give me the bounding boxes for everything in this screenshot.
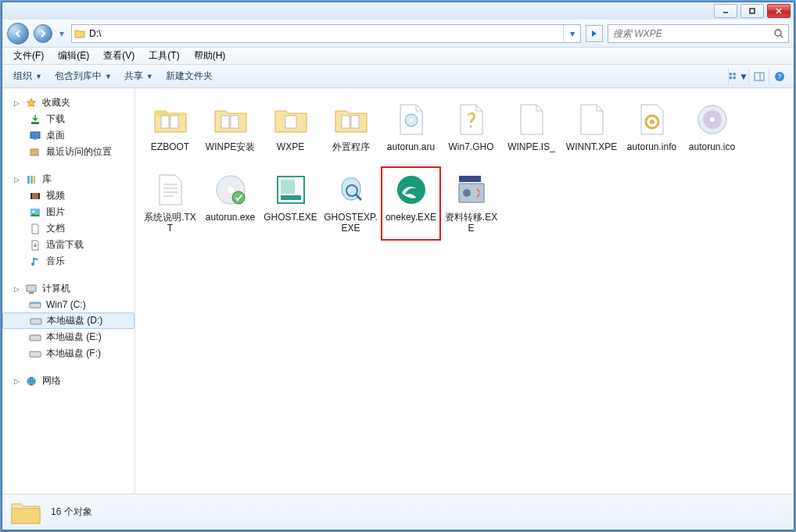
file-icon <box>513 101 550 138</box>
menu-help[interactable]: 帮助(H) <box>188 48 232 64</box>
recent-icon <box>29 146 41 159</box>
sidebar-item-pictures[interactable]: 图片 <box>2 204 134 220</box>
svg-rect-39 <box>285 116 296 128</box>
file-item-ghostexp-exe[interactable]: GHOSTEXP.EXE <box>321 166 381 241</box>
file-item-win7-gho[interactable]: Win7.GHO <box>441 96 501 166</box>
music-icon <box>29 255 41 268</box>
toolbar: 组织▼ 包含到库中▼ 共享▼ 新建文件夹 ▼ ? <box>2 65 794 88</box>
close-button[interactable] <box>767 4 791 18</box>
svg-rect-23 <box>38 193 40 199</box>
svg-rect-17 <box>30 149 38 155</box>
svg-point-4 <box>775 30 781 36</box>
sidebar-item-documents[interactable]: 文档 <box>2 220 134 237</box>
svg-rect-63 <box>459 176 481 182</box>
download-icon <box>29 113 41 126</box>
exe-icon <box>453 171 490 209</box>
maximize-button[interactable] <box>740 4 764 18</box>
file-item-ghost-exe[interactable]: GHOST.EXE <box>260 166 321 241</box>
file-item-winpe-is[interactable]: WINPE.IS_ <box>501 96 561 166</box>
sidebar-item-desktop[interactable]: 桌面 <box>2 127 134 144</box>
favorites-group: ▷ 收藏夹 下载 桌面 最近访问的位置 <box>2 95 134 160</box>
back-button[interactable] <box>7 23 29 45</box>
status-bar: 16 个对象 <box>2 494 794 530</box>
file-item-external[interactable]: 外置程序 <box>321 96 381 166</box>
svg-point-26 <box>31 262 34 266</box>
search-input[interactable] <box>608 28 769 39</box>
preview-pane-button[interactable] <box>748 68 769 85</box>
sidebar-item-music[interactable]: 音乐 <box>2 253 134 270</box>
address-input[interactable] <box>88 25 563 42</box>
file-item-autorun-inf[interactable]: autorun.info <box>622 96 682 166</box>
svg-rect-6 <box>730 73 732 75</box>
menu-file[interactable]: 文件(F) <box>7 48 50 64</box>
drive-icon <box>29 298 41 311</box>
disc-icon <box>694 101 731 138</box>
svg-rect-7 <box>733 73 736 75</box>
computer-header[interactable]: ▷ 计算机 <box>2 280 134 297</box>
sidebar-item-recent[interactable]: 最近访问的位置 <box>2 144 134 160</box>
share-button[interactable]: 共享▼ <box>118 66 160 86</box>
exe-icon <box>332 171 370 209</box>
menu-edit[interactable]: 编辑(E) <box>52 48 95 64</box>
sidebar-item-drive-d[interactable]: 本地磁盘 (D:) <box>2 312 134 329</box>
menu-bar: 文件(F) 编辑(E) 查看(V) 工具(T) 帮助(H) <box>2 48 794 65</box>
file-item-winpe-install[interactable]: WINPE安装 <box>200 96 260 166</box>
file-item-winnt-xpe[interactable]: WINNT.XPE <box>561 96 622 166</box>
svg-rect-64 <box>459 184 484 202</box>
address-dropdown[interactable]: ▾ <box>563 25 580 42</box>
sidebar-item-drive-f[interactable]: 本地磁盘 (F:) <box>2 345 134 362</box>
sidebar-item-downloads[interactable]: 下载 <box>2 111 134 127</box>
svg-point-56 <box>232 191 245 204</box>
svg-rect-15 <box>30 132 40 138</box>
view-options-button[interactable]: ▼ <box>728 68 748 85</box>
history-dropdown[interactable]: ▾ <box>57 28 66 39</box>
libraries-header[interactable]: ▷ 库 <box>2 171 134 187</box>
folder-icon <box>152 101 189 138</box>
folder-icon <box>10 498 41 527</box>
menu-tools[interactable]: 工具(T) <box>142 48 185 64</box>
folder-icon <box>212 101 249 138</box>
include-in-library-button[interactable]: 包含到库中▼ <box>48 66 118 86</box>
svg-point-55 <box>228 187 234 193</box>
titlebar <box>2 2 794 20</box>
forward-button[interactable] <box>34 24 52 43</box>
file-item-autorun-ico[interactable]: autorun.ico <box>682 96 742 166</box>
organize-button[interactable]: 组织▼ <box>7 66 48 86</box>
svg-rect-31 <box>30 319 41 324</box>
libraries-label: 库 <box>42 173 52 186</box>
svg-rect-41 <box>351 116 359 128</box>
svg-rect-35 <box>161 116 169 128</box>
network-header[interactable]: ▷ 网络 <box>2 373 134 389</box>
file-list: EZBOOT WINPE安装 WXPE 外置程序 autorun.aru <box>135 88 794 494</box>
file-icon <box>453 101 490 138</box>
file-item-autorun-exe[interactable]: autorun.exe <box>200 166 260 241</box>
minimize-button[interactable] <box>714 4 737 18</box>
sidebar-item-drive-e[interactable]: 本地磁盘 (E:) <box>2 329 134 345</box>
file-item-onekey-exe[interactable]: onekey.EXE <box>381 166 441 241</box>
new-folder-button[interactable]: 新建文件夹 <box>160 66 219 86</box>
svg-rect-28 <box>29 292 34 294</box>
explorer-window: ▾ ▾ 文件(F) 编辑(E) 查看(V) 工具(T) 帮助(H) 组织▼ 包含… <box>2 2 794 530</box>
sidebar-item-drive-c[interactable]: Win7 (C:) <box>2 297 134 312</box>
menu-view[interactable]: 查看(V) <box>97 48 141 64</box>
pictures-icon <box>29 206 41 219</box>
refresh-button[interactable] <box>586 25 603 42</box>
xunlei-icon <box>29 239 41 252</box>
svg-line-5 <box>780 35 783 37</box>
file-item-readme-txt[interactable]: 系统说明.TXT <box>140 166 200 241</box>
sidebar-item-xunlei[interactable]: 迅雷下载 <box>2 237 134 253</box>
folder-icon <box>272 101 310 138</box>
file-item-autorun-aru[interactable]: autorun.aru <box>381 96 441 166</box>
favorites-header[interactable]: ▷ 收藏夹 <box>2 95 134 111</box>
svg-rect-38 <box>231 116 238 128</box>
drive-icon <box>30 315 42 327</box>
sidebar-item-video[interactable]: 视频 <box>2 187 134 204</box>
search-icon[interactable] <box>769 28 788 39</box>
file-item-data-transfer-exe[interactable]: 资料转移.EXE <box>441 166 501 241</box>
help-button[interactable]: ? <box>769 68 789 85</box>
file-item-ezboot[interactable]: EZBOOT <box>140 96 200 166</box>
network-group: ▷ 网络 <box>2 373 134 389</box>
file-item-wxpe[interactable]: WXPE <box>260 96 321 166</box>
svg-point-44 <box>469 126 472 128</box>
svg-rect-9 <box>733 77 736 79</box>
